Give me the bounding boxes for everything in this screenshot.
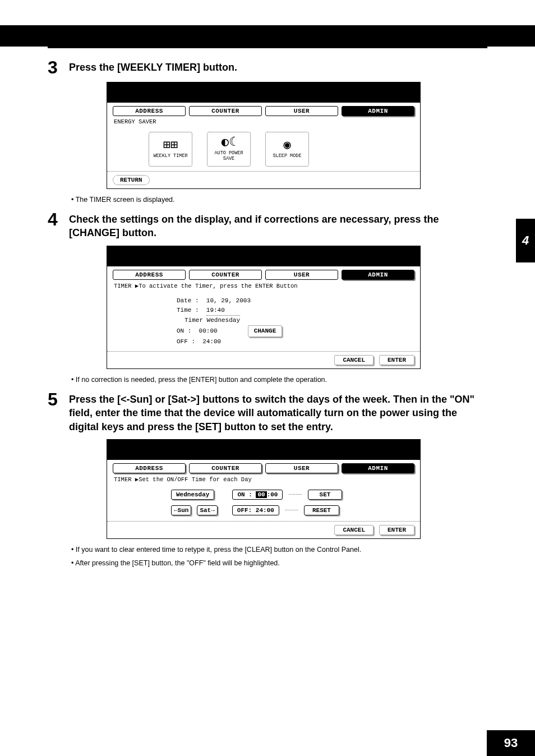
tab-counter[interactable]: COUNTER [189, 106, 262, 116]
on-minutes-value: :00 [267, 491, 278, 498]
page-number-footer: 93 [487, 730, 535, 756]
on-field[interactable]: ON : 00:00 [232, 490, 283, 500]
enter-button[interactable]: ENTER [379, 355, 414, 365]
screenshot-timer-set: ADDRESS COUNTER USER ADMIN TIMER ▶Set th… [107, 439, 421, 539]
tab-address[interactable]: ADDRESS [113, 106, 186, 116]
screen-titlebar [107, 246, 420, 266]
screen-tabs: ADDRESS COUNTER USER ADMIN [107, 103, 420, 116]
screen-titlebar [107, 440, 420, 460]
clock-grid-icon: ⊞⊞ [163, 140, 178, 152]
time-value: 19:40 [206, 306, 240, 316]
tab-address[interactable]: ADDRESS [113, 463, 186, 473]
weekday-button[interactable]: Wednesday [171, 490, 214, 500]
set-button[interactable]: SET [308, 490, 343, 500]
tab-user[interactable]: USER [265, 270, 338, 280]
step3-bullet: The TIMER screen is displayed. [71, 195, 487, 205]
tab-admin[interactable]: ADMIN [342, 106, 414, 116]
reset-button[interactable]: RESET [304, 505, 339, 515]
step-instruction: Press the [<-Sun] or [Sat->] buttons to … [69, 390, 487, 434]
screenshot-energy-saver: ADDRESS COUNTER USER ADMIN ENERGY SAVER … [107, 82, 421, 189]
step-5: 5 Press the [<-Sun] or [Sat->] buttons t… [48, 390, 487, 434]
screen-tabs: ADDRESS COUNTER USER ADMIN [107, 460, 420, 473]
auto-power-label: AUTO POWER SAVE [214, 150, 243, 162]
weekly-timer-button[interactable]: ⊞⊞ WEEKLY TIMER [149, 132, 192, 167]
cancel-button[interactable]: CANCEL [334, 525, 373, 535]
connector-line: ┄┄┄┄ [288, 491, 302, 498]
step-instruction: Check the settings on the display, and i… [69, 210, 487, 240]
step-3: 3 Press the [WEEKLY TIMER] button. [48, 58, 487, 76]
time-label: Time : [177, 307, 199, 314]
date-value: 10, 29, 2003 [206, 297, 251, 304]
date-label: Date : [177, 297, 199, 304]
change-button[interactable]: CHANGE [248, 325, 283, 337]
timer-day: Timer Wednesday [185, 316, 412, 325]
screen-titlebar [107, 82, 420, 103]
step-4: 4 Check the settings on the display, and… [48, 210, 487, 240]
sleep-icon: ◉ [283, 140, 290, 152]
header-blackbar [0, 25, 535, 47]
tab-address[interactable]: ADDRESS [113, 270, 186, 280]
tab-user[interactable]: USER [265, 463, 338, 473]
next-day-button[interactable]: Sat→ [197, 505, 217, 515]
tab-user[interactable]: USER [265, 106, 338, 116]
step-number: 4 [48, 210, 61, 228]
cancel-button[interactable]: CANCEL [334, 355, 373, 365]
return-button[interactable]: RETURN [113, 175, 150, 185]
step5-bullet-2: After pressing the [SET] button, the "OF… [71, 558, 487, 568]
enter-button[interactable]: ENTER [379, 525, 414, 535]
off-field[interactable]: OFF: 24:00 [232, 505, 279, 515]
chapter-number: 4 [522, 233, 529, 248]
clock-moon-icon: ◐☾ [222, 137, 237, 149]
screen-subtitle: TIMER ▶To activate the Timer, press the … [107, 280, 420, 291]
off-label: OFF : [177, 338, 195, 345]
screen-subtitle: ENERGY SAVER [107, 116, 420, 126]
screen-tabs: ADDRESS COUNTER USER ADMIN [107, 266, 420, 280]
screen-subtitle: TIMER ▶Set the ON/OFF Time for each Day [107, 473, 420, 484]
connector-line: ┄┄┄┄ [285, 507, 298, 514]
weekly-timer-label: WEEKLY TIMER [153, 153, 187, 159]
chapter-side-tab: 4 [516, 219, 535, 262]
off-value: 24:00 [202, 338, 221, 345]
on-label: ON : [177, 328, 191, 334]
on-value: 00:00 [199, 328, 218, 334]
step5-bullet-1: If you want to clear entered time to ret… [71, 545, 487, 555]
tab-counter[interactable]: COUNTER [189, 463, 262, 473]
off-field-label: OFF: [237, 507, 252, 514]
on-hours-value: 00 [256, 491, 266, 498]
off-value: 24:00 [256, 507, 274, 514]
sleep-mode-label: SLEEP MODE [273, 153, 301, 159]
tab-admin[interactable]: ADMIN [342, 270, 414, 280]
prev-day-button[interactable]: ←Sun [171, 505, 191, 515]
screenshot-timer-check: ADDRESS COUNTER USER ADMIN TIMER ▶To act… [107, 246, 421, 369]
sleep-mode-button[interactable]: ◉ SLEEP MODE [265, 132, 309, 167]
on-field-label: ON : [237, 491, 252, 498]
tab-admin[interactable]: ADMIN [342, 463, 414, 473]
tab-counter[interactable]: COUNTER [189, 270, 262, 280]
auto-power-save-button[interactable]: ◐☾ AUTO POWER SAVE [207, 132, 251, 167]
step-number: 3 [48, 58, 61, 76]
divider [48, 47, 487, 48]
page-number: 93 [504, 736, 518, 750]
step-number: 5 [48, 390, 61, 408]
step4-bullet: If no correction is needed, press the [E… [71, 375, 487, 385]
step-instruction: Press the [WEEKLY TIMER] button. [69, 58, 237, 74]
